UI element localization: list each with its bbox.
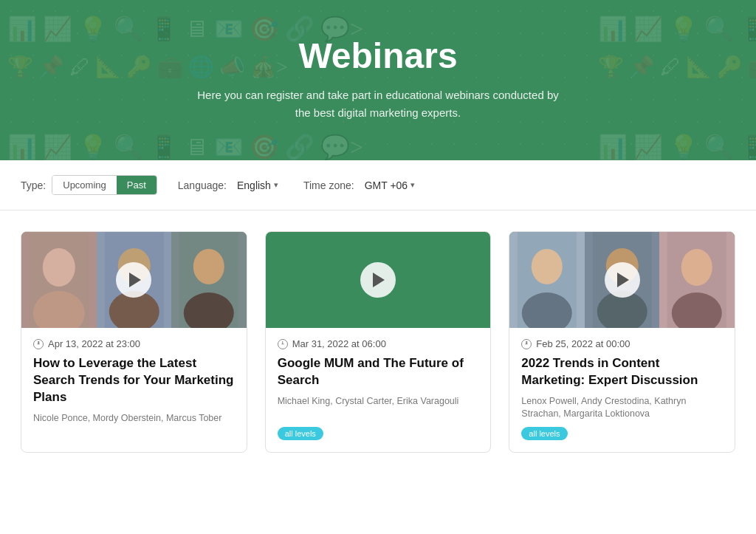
clock-icon-2	[278, 339, 288, 349]
timezone-value: GMT +06	[365, 179, 408, 191]
language-chevron-icon: ▾	[274, 180, 278, 190]
play-button-1[interactable]	[116, 262, 151, 298]
play-icon-1	[129, 273, 141, 287]
timezone-chevron-icon: ▾	[410, 180, 415, 190]
svg-rect-15	[518, 232, 577, 328]
language-select[interactable]: English ▾	[233, 177, 283, 194]
card-3-title: 2022 Trends in Content Marketing: Expert…	[521, 355, 723, 389]
hero-subtitle: Here you can register and take part in e…	[193, 86, 563, 122]
card-2-date: Mar 31, 2022 at 06:00	[278, 338, 479, 349]
card-1-authors: Nicole Ponce, Mordy Oberstein, Marcus To…	[33, 412, 235, 425]
webinars-grid: Apr 13, 2022 at 23:00 How to Leverage th…	[0, 210, 756, 482]
hero-title: Webinars	[15, 35, 741, 76]
card-2-authors: Michael King, Crystal Carter, Erika Vara…	[278, 395, 479, 408]
card-2-title: Google MUM and The Future of Search	[278, 355, 479, 389]
card-2-body: Mar 31, 2022 at 06:00 Google MUM and The…	[266, 328, 491, 452]
timezone-filter-group: Time zone: GMT +06 ▾	[303, 177, 419, 194]
speaker-face-3c	[659, 232, 735, 328]
language-label: Language:	[178, 179, 227, 191]
card-3-badge: all levels	[521, 427, 567, 440]
speaker-face-1a	[21, 232, 97, 328]
svg-rect-23	[667, 232, 726, 328]
card-1-body: Apr 13, 2022 at 23:00 How to Leverage th…	[21, 328, 247, 452]
speaker-face-3a	[509, 232, 585, 328]
play-icon-2	[373, 273, 385, 287]
card-3-authors: Lenox Powell, Andy Crestodina, Kathryn S…	[521, 395, 723, 421]
webinar-card-3: Feb 25, 2022 at 00:00 2022 Trends in Con…	[509, 231, 735, 453]
webinar-card-2: Mar 31, 2022 at 06:00 Google MUM and The…	[265, 231, 492, 453]
webinar-card-1: Apr 13, 2022 at 23:00 How to Leverage th…	[21, 231, 247, 453]
type-label: Type:	[21, 179, 46, 191]
speaker-face-1c	[171, 232, 247, 328]
timezone-label: Time zone:	[303, 179, 354, 191]
card-2-thumbnail[interactable]	[266, 232, 491, 328]
clock-icon-1	[33, 339, 44, 349]
timezone-select[interactable]: GMT +06 ▾	[360, 177, 420, 194]
type-toggle: Upcoming Past	[52, 175, 157, 195]
language-filter-group: Language: English ▾	[178, 177, 283, 194]
svg-rect-3	[30, 232, 89, 328]
language-value: English	[237, 179, 271, 191]
type-filter-group: Type: Upcoming Past	[21, 175, 157, 195]
card-3-body: Feb 25, 2022 at 00:00 2022 Trends in Con…	[509, 328, 735, 452]
play-icon-3	[617, 273, 629, 287]
card-3-date: Feb 25, 2022 at 00:00	[521, 338, 723, 349]
play-button-3[interactable]	[605, 262, 640, 298]
card-2-badge: all levels	[278, 427, 323, 440]
svg-rect-11	[179, 232, 238, 328]
card-1-thumbnail[interactable]	[21, 232, 247, 328]
card-1-title: How to Leverage the Latest Search Trends…	[33, 355, 235, 406]
play-button-2[interactable]	[360, 262, 396, 298]
hero-section: Webinars Here you can register and take …	[0, 0, 756, 160]
card-1-date: Apr 13, 2022 at 23:00	[33, 338, 235, 349]
clock-icon-3	[521, 339, 532, 349]
filters-bar: Type: Upcoming Past Language: English ▾ …	[0, 160, 756, 210]
upcoming-button[interactable]: Upcoming	[52, 176, 117, 194]
past-button[interactable]: Past	[117, 176, 157, 194]
card-3-thumbnail[interactable]	[509, 232, 735, 328]
